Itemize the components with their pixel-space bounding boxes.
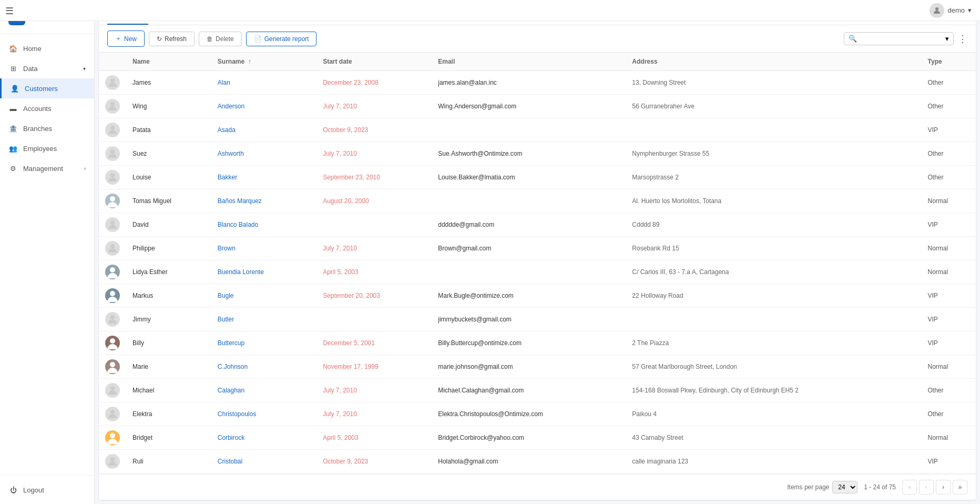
start-date-cell: April 5, 2003 [317,426,432,450]
items-per-page-select[interactable]: 24 12 50 [832,481,858,493]
avatar [105,123,120,137]
svg-point-15 [110,410,115,414]
email-cell: Michael.Calaghan@gmail.com [432,379,626,402]
start-date-cell: July 7, 2010 [317,379,432,402]
table-row[interactable]: ElektraChristopoulosJuly 7, 2010Elektra.… [99,402,976,426]
table-row[interactable]: Lidya EstherBuendia LorenteApril 5, 2003… [99,260,976,284]
table-row[interactable]: DavidBlanco Baladoddddde@gmail.comCdddd … [99,213,976,237]
table-row[interactable]: JimmyButlerjimmybuckets@gmail.comVIP [99,308,976,331]
col-start-date[interactable]: Start date [317,53,432,71]
table-row[interactable]: Tomas MiguelBaños MarquezAugust 20, 2000… [99,189,976,213]
surname-cell[interactable]: Alan [211,71,317,95]
table-row[interactable]: WingAndersonJuly 7, 2010Wing.Anderson@gm… [99,95,976,118]
surname-cell[interactable]: Corbirock [211,426,317,450]
sidebar-item-label-management: Management [23,165,63,173]
customers-panel: Customers ＋ New ↻ Refresh 🗑 Delete 📄 [99,4,976,500]
start-date-cell: September 20, 2003 [317,284,432,308]
surname-cell[interactable]: Cristobal [211,450,317,473]
name-cell: Jimmy [126,308,211,331]
surname-cell[interactable]: Ashworth [211,142,317,166]
col-address[interactable]: Address [626,53,921,71]
surname-cell[interactable]: Bugle [211,284,317,308]
address-cell: 43 Carnaby Street [626,426,921,450]
surname-cell[interactable]: Buendia Lorente [211,260,317,284]
table-row[interactable]: BillyButtercupDecember 5, 2001Billy.Butt… [99,331,976,355]
sidebar-item-home[interactable]: 🏠 Home [0,38,94,58]
address-cell [626,308,921,331]
search-box[interactable]: 🔍 ▾ [844,32,954,45]
table-row[interactable]: PatataAsadaOctober 9, 2023VIP [99,118,976,142]
avatar-cell [99,426,126,450]
sidebar-item-employees[interactable]: 👥 Employees [0,138,94,158]
avatar-cell [99,142,126,166]
surname-cell[interactable]: Bakker [211,166,317,189]
table-row[interactable]: PhilippeBrownJuly 7, 2010Brown@gmail.com… [99,237,976,260]
sidebar-item-branches[interactable]: 🏦 Branches [0,118,94,138]
svg-point-13 [110,362,115,367]
avatar-cell [99,331,126,355]
more-options-icon[interactable]: ⋮ [958,33,967,45]
type-cell: Other [922,95,976,118]
refresh-icon: ↻ [157,35,162,43]
new-button[interactable]: ＋ New [107,31,145,47]
surname-cell[interactable]: Anderson [211,95,317,118]
table-row[interactable]: SuezAshworthJuly 7, 2010Sue.Ashworth@Ont… [99,142,976,166]
sidebar-item-data[interactable]: ⊞ Data ▾ [0,58,94,78]
avatar-cell [99,450,126,473]
surname-cell[interactable]: Brown [211,237,317,260]
col-surname[interactable]: Surname ↑ [211,53,317,71]
table-row[interactable]: MarkusBugleSeptember 20, 2003Mark.Bugle@… [99,284,976,308]
last-page-button[interactable]: » [953,480,967,495]
home-icon: 🏠 [8,44,18,53]
email-cell [432,189,626,213]
surname-cell[interactable]: Asada [211,118,317,142]
table-row[interactable]: MichaelCalaghanJuly 7, 2010Michael.Calag… [99,379,976,402]
name-cell: Elektra [126,402,211,426]
surname-cell[interactable]: Blanco Balado [211,213,317,237]
name-cell: James [126,71,211,95]
branches-icon: 🏦 [8,124,18,133]
avatar [105,454,120,469]
surname-cell[interactable]: Christopoulos [211,402,317,426]
refresh-button[interactable]: ↻ Refresh [149,32,195,46]
first-page-button[interactable]: « [902,480,917,495]
surname-cell[interactable]: Butler [211,308,317,331]
col-name[interactable]: Name [126,53,211,71]
table-row[interactable]: RuliCristobalOctober 9, 2023Holahola@gma… [99,450,976,473]
sidebar-item-management[interactable]: ⚙ Management › [0,158,94,178]
menu-toggle[interactable]: ☰ [5,5,14,17]
surname-cell[interactable]: C.Johnson [211,355,317,379]
name-cell: Patata [126,118,211,142]
delete-button[interactable]: 🗑 Delete [199,32,242,46]
prev-page-button[interactable]: ‹ [919,480,934,495]
svg-point-16 [110,433,115,438]
svg-point-2 [110,102,115,106]
table-row[interactable]: BridgetCorbirockApril 5, 2003Bridget.Cor… [99,426,976,450]
sidebar-item-logout[interactable]: ⏻ Logout [0,480,94,500]
sidebar-item-accounts[interactable]: ▬ Accounts [0,98,94,118]
email-cell: Louise.Bakker@lmatia.com [432,166,626,189]
svg-point-3 [110,126,115,130]
surname-cell[interactable]: Baños Marquez [211,189,317,213]
table-row[interactable]: LouiseBakkerSeptember 23, 2010Louise.Bak… [99,166,976,189]
col-type[interactable]: Type [922,53,976,71]
next-page-button[interactable]: › [936,480,951,495]
sidebar: DemoBank 🏠 Home ⊞ Data ▾ 👤 Customers ▬ A… [0,0,95,504]
delete-label: Delete [216,35,234,43]
type-cell: VIP [922,284,976,308]
sidebar-item-customers[interactable]: 👤 Customers [0,78,94,98]
surname-cell[interactable]: Buttercup [211,331,317,355]
search-input[interactable] [859,35,943,43]
generate-report-button[interactable]: 📄 Generate report [246,32,317,46]
user-menu[interactable]: demo ▾ [930,3,972,18]
table-row[interactable]: JamesAlanDecember 23, 2008james.alan@ala… [99,71,976,95]
sidebar-bottom: ⏻ Logout [0,475,94,504]
col-email[interactable]: Email [432,53,626,71]
sidebar-item-label-accounts: Accounts [23,105,51,113]
avatar [105,75,120,90]
table-row[interactable]: MarieC.JohnsonNovember 17, 1999marie.joh… [99,355,976,379]
surname-cell[interactable]: Calaghan [211,379,317,402]
email-cell: james.alan@alan.inc [432,71,626,95]
sidebar-item-label-customers: Customers [25,85,58,93]
pagination: Items per page 24 12 50 1 - 24 of 75 « ‹… [99,474,976,500]
